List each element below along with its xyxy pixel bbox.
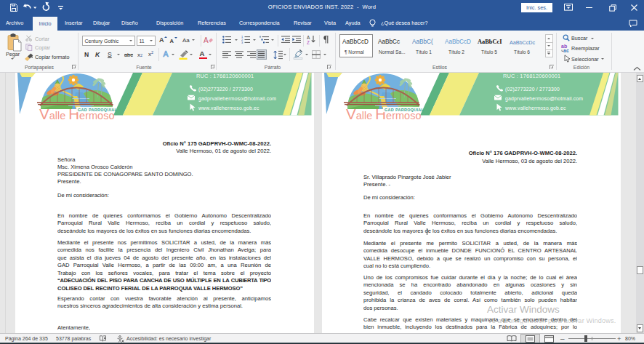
svg-text:RUC : 1768120600001: RUC : 1768120600001 bbox=[196, 73, 254, 79]
svg-text:A: A bbox=[204, 36, 209, 44]
svg-text:(02)2773220 / 2773300: (02)2773220 / 2773300 bbox=[198, 87, 253, 92]
svg-text:ac: ac bbox=[563, 48, 569, 52]
svg-text:3: 3 bbox=[241, 41, 243, 44]
svg-text:GAD PARROQUIAL: GAD PARROQUIAL bbox=[78, 108, 118, 112]
svg-text:Z: Z bbox=[307, 40, 310, 44]
svg-text:gadprvallehermoso@hotmail.com: gadprvallehermoso@hotmail.com bbox=[198, 96, 276, 102]
svg-text:www.vallehermoso.gob.ec: www.vallehermoso.gob.ec bbox=[198, 105, 259, 111]
